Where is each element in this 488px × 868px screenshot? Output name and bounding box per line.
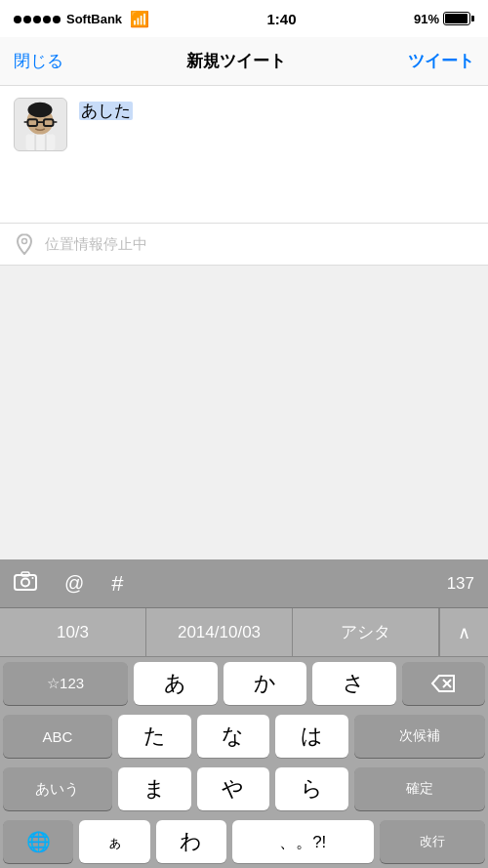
char-count: 137 <box>447 574 474 594</box>
key-ka[interactable]: か <box>224 662 306 705</box>
svg-point-11 <box>22 239 27 244</box>
nav-title: 新規ツイート <box>186 50 286 72</box>
camera-toolbar-icon[interactable] <box>14 571 37 596</box>
status-left: SoftBank 📶 <box>14 10 149 28</box>
avatar <box>14 98 67 151</box>
svg-rect-1 <box>26 135 56 150</box>
key-ha[interactable]: は <box>275 715 348 758</box>
keyboard: ☆123 あ か さ ABC <box>0 657 488 868</box>
carrier-label: SoftBank <box>66 12 122 26</box>
key-ma[interactable]: ま <box>118 767 191 810</box>
status-right: 91% <box>414 12 474 26</box>
close-button[interactable]: 閉じる <box>14 50 63 72</box>
key-ya[interactable]: や <box>197 767 270 810</box>
key-globe[interactable]: 🌐 <box>3 820 73 863</box>
location-bar: 位置情報停止中 <box>0 223 488 266</box>
svg-point-13 <box>21 579 29 587</box>
key-ra[interactable]: ら <box>275 767 348 810</box>
key-wa[interactable]: わ <box>156 820 226 863</box>
key-a[interactable]: あ <box>134 662 217 705</box>
battery-percent: 91% <box>414 12 439 26</box>
key-confirm[interactable]: 確定 <box>354 767 485 810</box>
suggestions-row: 10/3 2014/10/03 アシタ ∧ <box>0 608 488 657</box>
key-abc[interactable]: ABC <box>3 715 112 758</box>
key-punctuation[interactable]: 、。?! <box>232 820 374 863</box>
hash-toolbar-button[interactable]: # <box>111 571 123 597</box>
keyboard-row-4: 🌐 ぁ わ 、。?! 改行 <box>0 815 488 868</box>
empty-compose-space <box>0 266 488 559</box>
key-na[interactable]: な <box>197 715 270 758</box>
battery-icon <box>443 12 474 25</box>
status-time: 1:40 <box>267 11 297 27</box>
delete-key[interactable] <box>402 662 485 705</box>
key-ta[interactable]: た <box>118 715 191 758</box>
avatar-image <box>15 99 66 150</box>
keyboard-toolbar: @ # 137 <box>0 559 488 608</box>
suggestion-item-2[interactable]: アシタ <box>293 608 439 656</box>
key-small-a[interactable]: ぁ <box>79 820 149 863</box>
tweet-text: あした <box>79 100 474 122</box>
key-star123[interactable]: ☆123 <box>3 662 128 705</box>
keyboard-row-1: ☆123 あ か さ <box>0 657 488 710</box>
key-sa[interactable]: さ <box>312 662 395 705</box>
tweet-button[interactable]: ツイート <box>408 50 474 72</box>
suggestion-item-0[interactable]: 10/3 <box>0 608 146 656</box>
nav-bar: 閉じる 新規ツイート ツイート <box>0 37 488 86</box>
key-return[interactable]: 改行 <box>380 820 485 863</box>
at-toolbar-button[interactable]: @ <box>64 572 84 595</box>
keyboard-row-2: ABC た な は 次候補 <box>0 710 488 763</box>
key-next-candidate[interactable]: 次候補 <box>354 715 485 758</box>
suggestion-item-1[interactable]: 2014/10/03 <box>146 608 293 656</box>
signal-dots <box>14 11 62 26</box>
location-placeholder: 位置情報停止中 <box>45 235 147 254</box>
location-icon <box>14 233 35 255</box>
tweet-text-area[interactable]: あした <box>79 98 474 122</box>
key-aiuo[interactable]: あいう <box>3 767 112 810</box>
keyboard-row-3: あいう ま や ら 確定 <box>0 763 488 815</box>
compose-area: あした <box>0 86 488 223</box>
tweet-highlight: あした <box>79 102 133 120</box>
svg-point-15 <box>32 577 34 579</box>
suggestions-chevron[interactable]: ∧ <box>439 608 488 656</box>
wifi-icon: 📶 <box>130 10 149 28</box>
svg-point-5 <box>27 103 52 117</box>
status-bar: SoftBank 📶 1:40 91% <box>0 0 488 37</box>
